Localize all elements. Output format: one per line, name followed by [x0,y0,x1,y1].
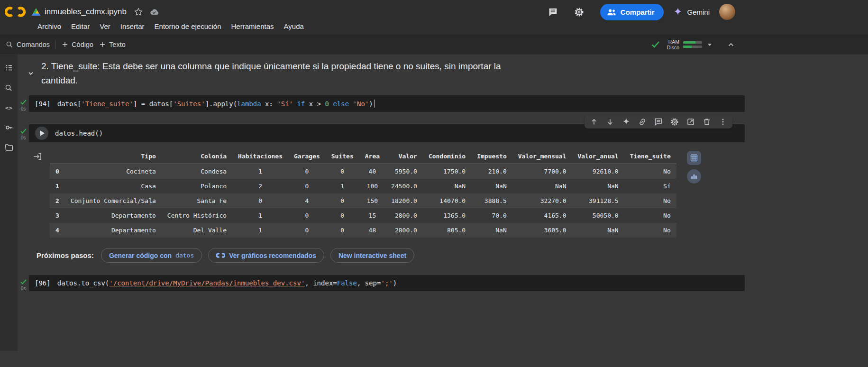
gemini-spark-icon[interactable] [622,118,630,126]
next-steps-bar: Próximos pasos: Generar código con datos… [37,248,868,263]
cell-status-gutter: 0s [18,275,29,291]
dataframe-cell: 1 [232,223,288,238]
execution-count: [94] [35,100,51,108]
menu-herramientas[interactable]: Herramientas [231,22,274,30]
share-button[interactable]: Compartir [600,4,664,20]
menu-insertar[interactable]: Insertar [120,22,145,30]
interactive-sheet-button[interactable]: New interactive sheet [330,248,414,263]
execution-count: [96] [35,279,51,287]
dataframe-cell: 4165.0 [512,208,572,223]
files-folder-icon[interactable] [2,139,16,156]
code-line: datos.to_csv('/content/drive/MyDrive/Pan… [57,279,397,287]
dataframe-cell: NaN [423,179,471,193]
interactive-table-button[interactable] [687,151,701,165]
user-avatar[interactable] [719,4,735,20]
cell-exec-time: 0s [21,106,26,111]
interactive-table-toggle-icon[interactable] [33,152,42,163]
dataframe-cell: Cocineta [65,164,162,179]
dataframe-cell: 210.0 [471,164,512,179]
move-cell-down-icon[interactable] [606,118,614,126]
disk-label: Disco [667,45,679,50]
cell-output: TipoColoniaHabitacionesGaragesSuitesArea… [29,144,745,239]
toolbar-right: RAM Disco [651,39,861,50]
dataframe-column-header: Area [359,149,385,164]
dataframe-column-header: Suites [326,149,359,164]
dataframe-cell: 0 [288,164,326,179]
move-cell-up-icon[interactable] [590,118,598,126]
dataframe-cell: Polanco [162,179,232,193]
cell-success-check-icon [20,128,27,135]
delete-cell-icon[interactable] [703,118,711,126]
recommended-charts-button[interactable]: Ver gráficos recomendados [208,248,324,263]
next-steps-label: Próximos pasos: [37,251,94,259]
notebook-title[interactable]: inmuebles_cdmx.ipynb [45,7,127,17]
cell-status-gutter: 0s [18,95,29,112]
menu-ayuda[interactable]: Ayuda [284,22,304,30]
generate-code-button[interactable]: Generar código con datos [101,248,202,263]
open-in-tab-icon[interactable] [686,118,695,126]
dataframe-cell: Departamento [65,208,162,223]
add-comment-icon[interactable] [654,118,663,126]
dataframe-cell: 40 [359,164,385,179]
code-snippets-icon[interactable]: <> [2,99,16,116]
code-editor[interactable]: [96] datos.to_csv('/content/drive/MyDriv… [29,275,745,291]
add-code-button[interactable]: Código [62,41,93,48]
more-vert-icon[interactable] [719,118,727,126]
collapse-toolbar-button[interactable] [727,40,735,49]
code-editor[interactable]: [94] datos['Tiene_suite'] = datos['Suite… [29,95,745,112]
add-text-button[interactable]: Texto [99,41,126,48]
dataframe-cell: 150 [359,193,385,208]
dataframe-cell: Conjunto Comercial/Sala [65,193,162,208]
generate-code-label: Generar código con [109,252,172,259]
dataframe-table: TipoColoniaHabitacionesGaragesSuitesArea… [50,149,676,238]
notebook-area: 2. Tiene_suite: Esta debe ser una column… [18,55,868,351]
dataframe-cell: Departamento [65,223,162,238]
collapse-section-icon[interactable] [27,70,35,77]
colab-logo-icon[interactable] [5,5,26,18]
table-of-contents-icon[interactable] [2,59,16,76]
dataframe-cell: 0 [288,208,326,223]
comments-icon[interactable] [548,7,558,17]
dataframe-column-header [50,149,65,164]
cloud-saved-icon[interactable] [149,8,159,16]
menu-ver[interactable]: Ver [100,22,110,30]
find-replace-icon[interactable] [2,79,16,96]
caret-down-icon [706,41,713,48]
connected-check-icon [651,40,660,49]
menu-archivo[interactable]: Archivo [37,22,61,30]
dataframe-cell: NaN [471,223,512,238]
code-line: datos.head() [55,129,103,137]
gemini-button[interactable]: Gemini [673,7,710,17]
cell-settings-gear-icon[interactable] [670,118,679,126]
settings-gear-icon[interactable] [574,7,584,17]
dataframe-cell: No [624,193,676,208]
dataframe-cell: 0 [326,164,359,179]
recommended-charts-label: Ver gráficos recomendados [229,252,316,259]
code-cell-tocsv: 0s [96] datos.to_csv('/content/drive/MyD… [18,275,745,291]
secrets-key-icon[interactable] [2,119,16,136]
cell-success-check-icon [20,99,27,106]
dataframe-cell: 3888.5 [471,193,512,208]
menu-entorno-ejecucion[interactable]: Entorno de ejecución [155,22,221,30]
dataframe-cell: 5950.0 [385,164,423,179]
suggest-charts-button[interactable] [687,169,701,184]
dataframe-cell: 24500.0 [385,179,423,193]
commands-button[interactable]: Comandos [6,41,50,48]
copy-link-icon[interactable] [638,118,647,126]
dataframe-cell: 391128.5 [572,193,624,208]
resources-indicator[interactable]: RAM Disco [667,39,713,50]
add-text-label: Texto [109,41,126,48]
left-sidebar: <> [0,55,18,351]
resources-bars [683,41,702,48]
text-cursor [374,100,375,108]
dataframe-column-header: Colonia [162,149,232,164]
star-icon[interactable] [134,8,143,16]
dataframe-cell: Del Valle [162,223,232,238]
dataframe-row-index: 2 [50,193,65,208]
cell-success-check-icon [20,278,27,285]
cell-toolbar [585,115,732,128]
dataframe-cell: 18200.0 [385,193,423,208]
run-cell-button[interactable] [35,126,49,140]
menu-editar[interactable]: Editar [71,22,90,30]
header-top-row: inmuebles_cdmx.ipynb [0,0,868,22]
